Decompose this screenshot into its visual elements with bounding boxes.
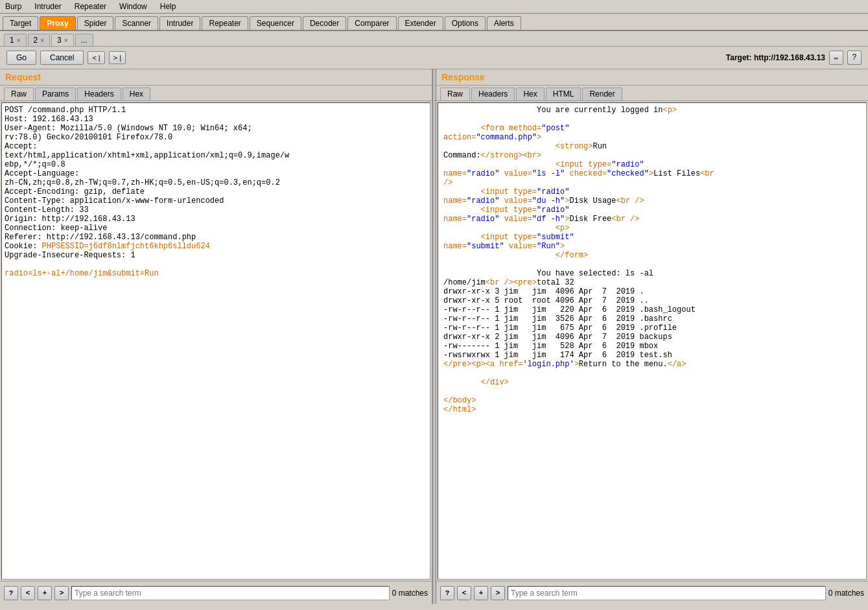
- tab-scanner[interactable]: Scanner: [115, 16, 158, 30]
- menu-intruder[interactable]: Intruder: [32, 1, 64, 12]
- menu-burp[interactable]: Burp: [3, 1, 24, 12]
- tab-comparer[interactable]: Comparer: [347, 16, 396, 30]
- rep-tab-more[interactable]: ...: [75, 34, 93, 46]
- forward-button[interactable]: > |: [109, 51, 126, 64]
- resp-tab-render[interactable]: Render: [582, 88, 622, 100]
- response-panel: Response Raw Headers Hex HTML Render You…: [436, 69, 868, 581]
- req-tab-headers[interactable]: Headers: [77, 88, 121, 100]
- main-split: Request Raw Params Headers Hex POST /com…: [0, 69, 868, 581]
- go-button[interactable]: Go: [6, 51, 36, 65]
- cancel-button[interactable]: Cancel: [40, 51, 84, 65]
- resp-search-prev[interactable]: <: [457, 586, 471, 600]
- req-search-help[interactable]: ?: [4, 586, 18, 600]
- resp-search-help[interactable]: ?: [440, 586, 454, 600]
- tab-options[interactable]: Options: [445, 16, 486, 30]
- request-search-bar: ? < + > 0 matches: [0, 581, 432, 604]
- toolbar: Go Cancel < | > | Target: http://192.168…: [0, 47, 868, 69]
- tab-sequencer[interactable]: Sequencer: [250, 16, 301, 30]
- rep-tab-2[interactable]: 2 ×: [28, 34, 51, 46]
- bottom-bar: ? < + > 0 matches ? < + > 0 matches: [0, 581, 868, 604]
- response-header: Response: [436, 69, 868, 86]
- menu-window[interactable]: Window: [117, 1, 150, 12]
- req-tab-params[interactable]: Params: [35, 88, 76, 100]
- rep-tab-1-label: 1: [10, 36, 14, 45]
- tab-target[interactable]: Target: [3, 16, 38, 30]
- resp-search-input[interactable]: [508, 586, 826, 600]
- tab-spider[interactable]: Spider: [77, 16, 114, 30]
- req-search-next[interactable]: >: [54, 586, 69, 600]
- req-search-input[interactable]: [71, 586, 390, 600]
- tab-decoder[interactable]: Decoder: [303, 16, 346, 30]
- rep-tab-3[interactable]: 3 ×: [51, 34, 74, 46]
- rep-tab-1[interactable]: 1 ×: [4, 34, 27, 46]
- edit-target-button[interactable]: ✏: [829, 51, 843, 65]
- rep-tab-1-close[interactable]: ×: [17, 37, 21, 44]
- response-content[interactable]: You are currently logged in<p> <form met…: [438, 102, 867, 580]
- resp-tab-hex[interactable]: Hex: [516, 88, 544, 100]
- resp-match-count: 0 matches: [828, 589, 864, 598]
- rep-tab-3-close[interactable]: ×: [64, 37, 68, 44]
- back-button[interactable]: < |: [88, 51, 104, 64]
- req-tab-raw[interactable]: Raw: [4, 88, 34, 100]
- rep-tab-2-label: 2: [34, 36, 38, 45]
- rep-tab-2-close[interactable]: ×: [40, 37, 44, 44]
- req-search-add[interactable]: +: [38, 586, 52, 600]
- tab-intruder[interactable]: Intruder: [159, 16, 200, 30]
- menu-bar: Burp Intruder Repeater Window Help: [0, 0, 868, 14]
- req-search-prev[interactable]: <: [21, 586, 35, 600]
- resp-tab-raw[interactable]: Raw: [440, 88, 470, 100]
- rep-tab-3-label: 3: [57, 36, 62, 45]
- help-button[interactable]: ?: [847, 51, 862, 65]
- menu-repeater[interactable]: Repeater: [72, 1, 109, 12]
- req-tab-hex[interactable]: Hex: [123, 88, 150, 100]
- main-tab-bar: Target Proxy Spider Scanner Intruder Rep…: [0, 14, 868, 31]
- req-match-count: 0 matches: [392, 589, 428, 598]
- request-content[interactable]: POST /command.php HTTP/1.1 Host: 192.168…: [1, 102, 430, 580]
- tab-proxy[interactable]: Proxy: [40, 16, 75, 30]
- menu-help[interactable]: Help: [158, 1, 179, 12]
- resp-tab-headers[interactable]: Headers: [471, 88, 515, 100]
- resp-search-next[interactable]: >: [491, 586, 505, 600]
- resp-tab-html[interactable]: HTML: [546, 88, 581, 100]
- request-panel: Request Raw Params Headers Hex POST /com…: [0, 69, 432, 581]
- tab-alerts[interactable]: Alerts: [487, 16, 521, 30]
- target-label: Target: http://192.168.43.13: [726, 53, 825, 62]
- repeater-tab-bar: 1 × 2 × 3 × ...: [0, 31, 868, 47]
- request-header: Request: [0, 69, 432, 86]
- resp-search-add[interactable]: +: [474, 586, 488, 600]
- response-tabs: Raw Headers Hex HTML Render: [436, 86, 868, 101]
- request-tabs: Raw Params Headers Hex: [0, 86, 432, 101]
- tab-repeater[interactable]: Repeater: [202, 16, 248, 30]
- tab-extender[interactable]: Extender: [398, 16, 443, 30]
- response-search-bar: ? < + > 0 matches: [436, 581, 868, 604]
